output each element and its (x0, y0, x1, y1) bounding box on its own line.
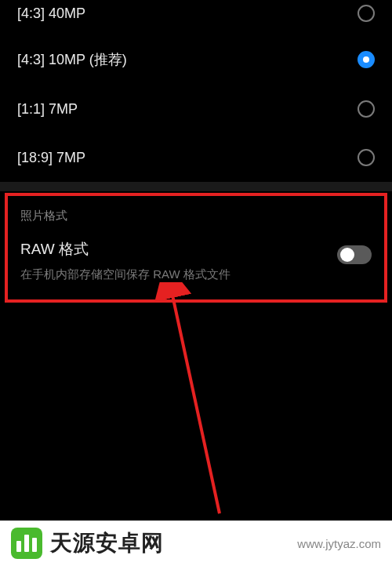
option-label: [4:3] 40MP (17, 5, 85, 22)
raw-format-toggle-row[interactable]: RAW 格式 在手机内部存储空间保存 RAW 格式文件 (20, 239, 372, 282)
brand-name: 天源安卓网 (50, 528, 164, 558)
option-label: [4:3] 10MP (推荐) (17, 50, 127, 69)
resolution-option-40mp[interactable]: [4:3] 40MP (0, 0, 392, 34)
watermark: 天源安卓网 www.jytyaz.com (0, 521, 392, 566)
settings-list: [4:3] 40MP [4:3] 10MP (推荐) [1:1] 7MP [18… (0, 0, 392, 182)
radio-selected-icon (358, 51, 375, 68)
section-title: 照片格式 (20, 209, 372, 223)
toggle-switch-icon[interactable] (337, 245, 372, 264)
svg-line-1 (172, 292, 220, 513)
toggle-text: RAW 格式 在手机内部存储空间保存 RAW 格式文件 (20, 239, 337, 282)
radio-icon (358, 5, 375, 22)
resolution-option-7mp-1-1[interactable]: [1:1] 7MP (0, 85, 392, 133)
section-divider (0, 182, 392, 191)
toggle-description: 在手机内部存储空间保存 RAW 格式文件 (20, 266, 337, 282)
arrow-annotation-icon (0, 282, 392, 541)
logo-icon (11, 528, 42, 559)
option-label: [18:9] 7MP (17, 150, 85, 166)
toggle-label: RAW 格式 (20, 239, 337, 259)
highlight-annotation: 照片格式 RAW 格式 在手机内部存储空间保存 RAW 格式文件 (5, 193, 387, 303)
radio-icon (358, 100, 375, 118)
radio-icon (358, 149, 375, 166)
resolution-option-7mp-18-9[interactable]: [18:9] 7MP (0, 133, 392, 182)
brand-url: www.jytyaz.com (297, 537, 381, 550)
option-label: [1:1] 7MP (17, 101, 78, 118)
watermark-left: 天源安卓网 (11, 528, 164, 559)
resolution-option-10mp[interactable]: [4:3] 10MP (推荐) (0, 34, 392, 85)
